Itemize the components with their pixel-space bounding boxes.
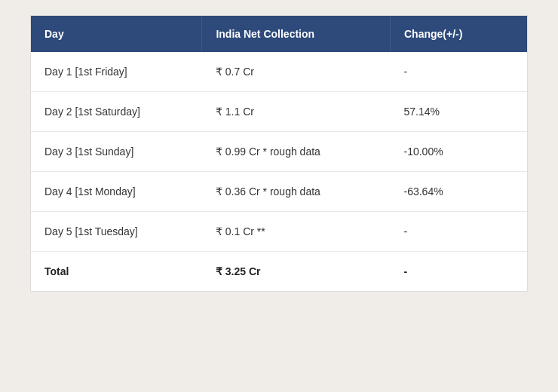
cell-collection: ₹ 1.1 Cr [202,92,391,132]
table-row: Day 3 [1st Sunday]₹ 0.99 Cr * rough data… [31,132,527,172]
cell-collection: ₹ 0.36 Cr * rough data [202,172,391,212]
cell-change: -63.64% [390,172,527,212]
cell-day: Day 5 [1st Tuesday] [31,212,202,252]
cell-change: -10.00% [390,132,527,172]
cell-day: Day 1 [1st Friday] [31,52,202,92]
cell-change: - [390,52,527,92]
header-collection: India Net Collection [202,16,391,52]
cell-change: 57.14% [390,92,527,132]
table-row: Day 1 [1st Friday]₹ 0.7 Cr- [31,52,527,92]
table-header-row: Day India Net Collection Change(+/-) [31,16,527,52]
header-day: Day [31,16,202,52]
collection-table-wrapper: Day India Net Collection Change(+/-) Day… [30,15,528,292]
table-row: Day 4 [1st Monday]₹ 0.36 Cr * rough data… [31,172,527,212]
table-row: Day 5 [1st Tuesday]₹ 0.1 Cr **- [31,212,527,252]
cell-total-label: Total [31,252,202,292]
cell-total-change: - [390,252,527,292]
table-total-row: Total₹ 3.25 Cr- [31,252,527,292]
cell-collection: ₹ 0.1 Cr ** [202,212,391,252]
cell-day: Day 2 [1st Saturday] [31,92,202,132]
cell-day: Day 3 [1st Sunday] [31,132,202,172]
cell-collection: ₹ 0.7 Cr [202,52,391,92]
collection-table: Day India Net Collection Change(+/-) Day… [31,16,527,291]
table-row: Day 2 [1st Saturday]₹ 1.1 Cr57.14% [31,92,527,132]
cell-day: Day 4 [1st Monday] [31,172,202,212]
cell-total-collection: ₹ 3.25 Cr [202,252,391,292]
cell-collection: ₹ 0.99 Cr * rough data [202,132,391,172]
header-change: Change(+/-) [390,16,527,52]
cell-change: - [390,212,527,252]
